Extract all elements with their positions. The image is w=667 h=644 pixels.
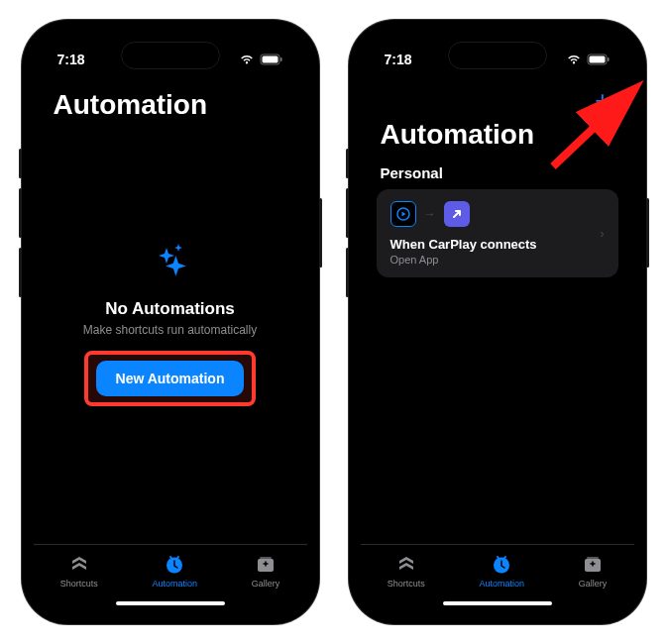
tab-shortcuts[interactable]: Shortcuts	[388, 553, 425, 589]
svg-rect-9	[608, 57, 610, 61]
empty-title: No Automations	[105, 299, 235, 319]
home-indicator[interactable]	[116, 601, 225, 605]
automation-icon	[490, 553, 513, 577]
sparkle-icon	[149, 240, 192, 287]
automation-title: When CarPlay connects	[390, 237, 605, 252]
carplay-icon	[390, 201, 416, 227]
gallery-icon	[581, 553, 605, 577]
tab-gallery[interactable]: Gallery	[252, 553, 280, 589]
wifi-icon	[566, 54, 582, 65]
add-automation-button[interactable]: +	[591, 85, 613, 115]
svg-rect-1	[262, 56, 278, 63]
arrow-right-icon: →	[424, 207, 436, 221]
dynamic-island	[448, 42, 547, 69]
status-time: 7:18	[57, 52, 85, 67]
tab-automation[interactable]: Automation	[152, 553, 197, 589]
dynamic-island	[121, 42, 220, 69]
tab-shortcuts[interactable]: Shortcuts	[60, 553, 98, 589]
svg-rect-8	[589, 56, 605, 63]
gallery-icon	[254, 553, 278, 577]
home-indicator[interactable]	[443, 601, 552, 605]
empty-state: No Automations Make shortcuts run automa…	[50, 101, 291, 544]
battery-icon	[587, 54, 611, 65]
empty-subtitle: Make shortcuts run automatically	[83, 323, 257, 337]
automation-icon	[163, 553, 186, 577]
page-title: Automation	[361, 119, 634, 161]
phone-left: 7:18 Automation No Automations Make shor…	[22, 20, 319, 624]
svg-rect-5	[260, 557, 272, 559]
highlight-annotation: New Automation	[84, 351, 257, 406]
chevron-right-icon: ›	[601, 227, 605, 241]
tab-automation[interactable]: Automation	[479, 553, 524, 589]
new-automation-button[interactable]: New Automation	[96, 361, 245, 396]
tab-gallery[interactable]: Gallery	[579, 553, 608, 589]
svg-rect-2	[280, 57, 282, 61]
status-time: 7:18	[385, 52, 412, 67]
shortcuts-icon	[394, 553, 418, 577]
section-personal: Personal	[377, 161, 618, 189]
automation-action: Open App	[390, 254, 605, 266]
wifi-icon	[239, 54, 255, 65]
svg-rect-13	[587, 557, 599, 559]
phone-right: 7:18 + Automation Personal	[349, 20, 646, 624]
shortcut-app-icon	[444, 201, 470, 227]
shortcuts-icon	[67, 553, 91, 577]
automation-card[interactable]: → When CarPlay connects Open App ›	[377, 189, 618, 277]
battery-icon	[260, 54, 283, 65]
